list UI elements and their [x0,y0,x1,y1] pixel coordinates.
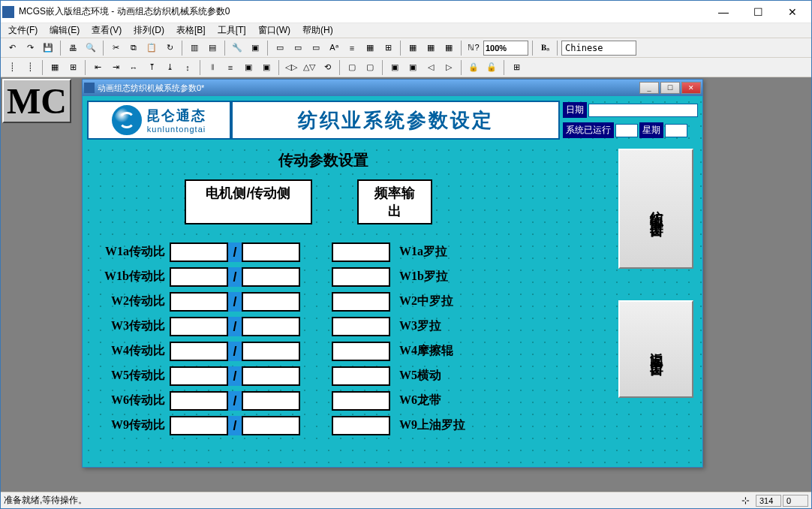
tb-text-icon[interactable]: Aᵃ [326,40,342,56]
child-titlebar[interactable]: 动画组态纺织机械系统参数0* _ ☐ ✕ [83,80,702,96]
return-main-button[interactable]: 返回主窗口 [618,300,693,398]
menu-edit[interactable]: 编辑(E) [44,23,86,38]
minimize-button[interactable]: — [706,1,741,23]
tb-copy-icon[interactable]: ⧉ [125,40,142,56]
tb2-align-right-icon[interactable]: ⇥ [107,59,124,76]
tb-save-icon[interactable]: 💾 [40,40,56,56]
tb-cut-icon[interactable]: ✂ [107,40,124,56]
tb2-dist-v-icon[interactable]: ≡ [222,59,239,76]
tb-wrench-icon[interactable]: 🔧 [229,40,245,56]
freq-output-input[interactable] [332,317,390,336]
tb2-group-icon[interactable]: ▣ [386,59,403,76]
menu-window[interactable]: 窗口(W) [252,23,296,38]
zoom-combo[interactable] [483,41,528,56]
workspace[interactable]: MC 动画组态纺织机械系统参数0* _ ☐ ✕ 昆仑通态 kunluntongt… [1,77,811,492]
menu-arrange[interactable]: 排列(D) [128,23,170,38]
menu-tools[interactable]: 工具[T] [212,23,252,38]
freq-output-input[interactable] [332,292,390,312]
tb-grid-icon[interactable]: ⊞ [380,40,396,56]
freq-output-input[interactable] [332,416,390,435]
tb-panel3-icon[interactable]: ▭ [308,40,324,56]
tb-tool-b-icon[interactable]: ▤ [204,40,221,56]
tb2-center-canvas-icon[interactable]: ▣ [240,59,257,76]
tb-panel1-icon[interactable]: ▭ [272,40,288,56]
drive-side-input[interactable] [242,242,300,262]
main-window-button[interactable]: 纺织业主窗口 [618,149,693,269]
tb2-flip-v-icon[interactable]: △▽ [301,59,317,76]
tb2-align-top-icon[interactable]: ⤒ [143,59,160,76]
motor-side-input[interactable] [170,292,228,312]
separator [267,41,268,56]
menu-view[interactable]: 查看(V) [86,23,128,38]
motor-side-input[interactable] [170,342,228,361]
drive-side-input[interactable] [242,317,300,336]
tb2-align-center-v-icon[interactable]: ↕ [179,59,196,76]
child-maximize-button[interactable]: ☐ [660,82,680,94]
child-minimize-button[interactable]: _ [639,82,659,94]
motor-side-input[interactable] [170,317,228,336]
tb2-grid-toggle-icon[interactable]: ⊞ [508,59,525,76]
child-close-button[interactable]: ✕ [681,82,701,94]
tb2-rotate-icon[interactable]: ⟲ [319,59,335,76]
tb-bold-icon[interactable]: 𝐁ₐ [537,40,553,56]
tb-list-icon[interactable]: ≡ [344,40,360,56]
tb-db2-icon[interactable]: ▦ [423,40,439,56]
freq-output-input[interactable] [332,366,390,386]
motor-side-input[interactable] [170,416,228,435]
maximize-button[interactable]: ☐ [741,1,775,23]
tb2-dist-h-icon[interactable]: ⫴ [204,59,221,76]
freq-output-input[interactable] [332,391,390,411]
tb-db3-icon[interactable]: ▦ [441,40,457,56]
tb-panel2-icon[interactable]: ▭ [290,40,306,56]
tb-7seg-icon[interactable]: ▣ [247,40,263,56]
tb2-prev-icon[interactable]: ◁ [423,59,439,76]
tb2-unlock-icon[interactable]: 🔓 [483,59,500,76]
tb2-back-icon[interactable]: ▢ [362,59,378,76]
tb2-middle-canvas-icon[interactable]: ▣ [258,59,275,76]
tb2-flip-h-icon[interactable]: ◁▷ [283,59,299,76]
tb-db1-icon[interactable]: ▦ [404,40,421,56]
menu-help[interactable]: 帮助(H) [296,23,339,38]
runtime-field[interactable] [615,124,638,137]
freq-output-input[interactable] [332,342,390,361]
tb2-dash2-icon[interactable]: ┊ [22,59,38,76]
tb-help-icon[interactable]: ℕ? [465,40,482,56]
design-canvas[interactable]: 昆仑通态 kunluntongtai 纺织业系统参数设定 日期 系统已 [83,96,702,467]
motor-side-input[interactable] [170,366,228,386]
tb2-ungroup-icon[interactable]: ▣ [404,59,421,76]
tb2-table-icon[interactable]: ⊞ [65,59,81,76]
motor-side-input[interactable] [170,391,228,411]
motor-side-input[interactable] [170,242,228,262]
tb-print-icon[interactable]: 🖶 [65,40,81,56]
tb-tool-a-icon[interactable]: ▥ [186,40,203,56]
language-combo[interactable] [561,41,636,56]
tb2-align-bottom-icon[interactable]: ⤓ [161,59,178,76]
tb2-front-icon[interactable]: ▢ [344,59,360,76]
tb2-lock-icon[interactable]: 🔒 [465,59,482,76]
menu-table[interactable]: 表格[B] [170,23,212,38]
drive-side-input[interactable] [242,366,300,386]
tb-undo-icon[interactable]: ↶ [4,40,20,56]
motor-side-input[interactable] [170,267,228,287]
menu-file[interactable]: 文件(F) [2,23,44,38]
tb2-grid-icon[interactable]: ▦ [47,59,63,76]
tb2-align-center-h-icon[interactable]: ↔ [125,59,142,76]
close-button[interactable]: ✕ [775,1,810,23]
date-field[interactable] [588,104,698,117]
drive-side-input[interactable] [242,292,300,312]
tb2-dash1-icon[interactable]: ┊ [4,59,20,76]
freq-output-input[interactable] [332,242,390,262]
tb-preview-icon[interactable]: 🔍 [83,40,99,56]
week-field[interactable] [665,124,687,137]
tb2-next-icon[interactable]: ▷ [441,59,457,76]
drive-side-input[interactable] [242,267,300,287]
tb-paste-icon[interactable]: 📋 [143,40,160,56]
freq-output-input[interactable] [332,267,390,287]
tb2-align-left-icon[interactable]: ⇤ [89,59,106,76]
tb-refresh-icon[interactable]: ↻ [161,40,178,56]
tb-align-icon[interactable]: ▦ [362,40,378,56]
drive-side-input[interactable] [242,391,300,411]
drive-side-input[interactable] [242,342,300,361]
drive-side-input[interactable] [242,416,300,435]
tb-redo-icon[interactable]: ↷ [22,40,38,56]
